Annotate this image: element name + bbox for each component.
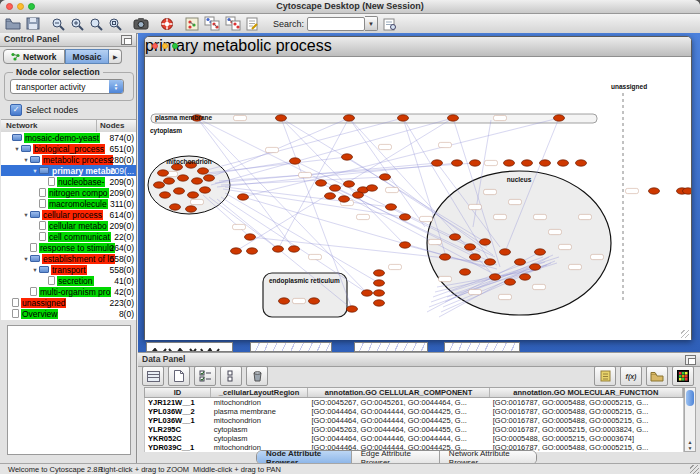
network-node[interactable] xyxy=(505,279,516,285)
network-node[interactable] xyxy=(276,115,287,121)
delete-attribute-icon[interactable] xyxy=(246,366,268,386)
network-node[interactable] xyxy=(452,160,463,166)
tab-overflow-arrow-icon[interactable]: ▶ xyxy=(109,49,122,64)
background-window-1[interactable] xyxy=(146,342,233,352)
save-session-icon[interactable] xyxy=(26,16,40,32)
network-node[interactable] xyxy=(154,182,165,188)
network-node[interactable] xyxy=(290,158,301,164)
network-node[interactable] xyxy=(273,246,284,252)
network-node[interactable] xyxy=(398,115,409,121)
network-node[interactable] xyxy=(186,206,197,212)
search-dropdown-icon[interactable]: ▼ xyxy=(365,16,378,31)
annotation-icon[interactable] xyxy=(246,16,259,32)
zoom-selected-icon[interactable] xyxy=(89,16,103,32)
network-node[interactable] xyxy=(465,244,476,250)
tree-row-cell-communicat[interactable]: ▼cell communicat22(0) xyxy=(1,231,136,242)
attribute-panel-icon[interactable] xyxy=(142,366,164,386)
network-node[interactable] xyxy=(520,274,531,280)
network-node[interactable] xyxy=(530,264,541,270)
tree-row-metabolic-process[interactable]: ▼metabolic process280(0) xyxy=(1,154,136,165)
attr-table-header[interactable]: ID_cellularLayoutRegionannotation.GO CEL… xyxy=(144,387,684,398)
network-node[interactable] xyxy=(515,259,526,265)
network-node[interactable] xyxy=(386,204,397,210)
help-icon[interactable] xyxy=(160,16,174,32)
network-node[interactable] xyxy=(342,154,353,160)
network-node[interactable] xyxy=(200,187,211,193)
network-node[interactable] xyxy=(198,168,209,174)
network-node[interactable] xyxy=(245,234,256,240)
zoom-in-icon[interactable] xyxy=(70,16,84,32)
network-node[interactable] xyxy=(231,248,242,254)
network-node[interactable] xyxy=(325,193,336,199)
scrollbar-arrows-icon[interactable]: ▲▼ xyxy=(685,439,695,451)
network-node[interactable] xyxy=(174,188,185,194)
network-node[interactable] xyxy=(204,175,215,181)
tree-row-cellular-metabo[interactable]: ▼cellular metabo209(0) xyxy=(1,220,136,231)
tree-row-establishment-of-lo[interactable]: ▼establishment of lo558(0) xyxy=(1,253,136,264)
network-node[interactable] xyxy=(158,170,169,176)
select-nodes-checkbox[interactable]: ✓ xyxy=(10,104,22,116)
table-vertical-scrollbar[interactable]: ▲▼ xyxy=(684,387,696,452)
zoom-view-icon[interactable] xyxy=(172,43,178,49)
tree-row-unassigned[interactable]: ▼unassigned223(0) xyxy=(1,297,136,308)
network-node[interactable] xyxy=(170,204,181,210)
tree-row-primary-metabo[interactable]: ▼primary metabo209(... xyxy=(1,165,136,176)
network-node[interactable] xyxy=(380,174,391,180)
network-node[interactable] xyxy=(554,115,565,121)
app-titlebar[interactable]: Cytoscape Desktop (New Session) xyxy=(0,0,700,14)
network-node[interactable] xyxy=(160,192,171,198)
network-node[interactable] xyxy=(649,188,660,194)
network-node[interactable] xyxy=(367,185,378,191)
network-node[interactable] xyxy=(247,248,258,254)
network-node[interactable] xyxy=(374,270,385,276)
network-node[interactable] xyxy=(490,274,501,280)
float-panel-icon[interactable] xyxy=(121,35,132,45)
network-node[interactable] xyxy=(504,160,515,166)
table-row[interactable]: YLR295Ccytoplasm[GO:0045263, GO:0044464,… xyxy=(144,425,684,434)
network-node[interactable] xyxy=(362,290,373,296)
network-node[interactable] xyxy=(558,160,569,166)
network-node[interactable] xyxy=(683,188,692,194)
network-node[interactable] xyxy=(344,181,355,187)
birdseye-view-panel[interactable] xyxy=(7,325,131,455)
zoom-out-icon[interactable] xyxy=(51,16,65,32)
tree-row-nucleobase-[interactable]: ▼nucleobase-209(0) xyxy=(1,176,136,187)
column-header[interactable]: annotation.GO MOLECULAR_FUNCTION xyxy=(490,388,683,397)
network-node[interactable] xyxy=(470,254,481,260)
network-node[interactable] xyxy=(500,249,511,255)
network-node[interactable] xyxy=(330,185,341,191)
network-node[interactable] xyxy=(400,214,411,220)
tree-row-cellular-process[interactable]: ▼cellular process614(0) xyxy=(1,209,136,220)
column-header[interactable]: annotation.GO CELLULAR_COMPONENT xyxy=(308,388,489,397)
network-view-window[interactable]: primary metabolic process plasma membran… xyxy=(144,36,692,340)
tree-row-response-to-stimulu[interactable]: ▼response to stimulu264(0) xyxy=(1,242,136,253)
network-node[interactable] xyxy=(164,178,175,184)
tab-mosaic[interactable]: Mosaic xyxy=(65,49,110,64)
network-node[interactable] xyxy=(470,160,481,166)
tree-row-secretion[interactable]: ▼secretion41(0) xyxy=(1,275,136,286)
network-node[interactable] xyxy=(400,242,411,248)
open-session-icon[interactable] xyxy=(5,16,21,32)
network-node[interactable] xyxy=(178,175,189,181)
minimize-view-icon[interactable] xyxy=(162,43,168,49)
network-node[interactable] xyxy=(535,249,546,255)
expand-arrow-icon[interactable]: ▼ xyxy=(22,256,30,262)
network-node[interactable] xyxy=(450,234,461,240)
app-resize-grip[interactable] xyxy=(690,465,699,474)
expand-arrow-icon[interactable]: ▼ xyxy=(22,157,30,163)
network-node[interactable] xyxy=(540,160,551,166)
import-attributes-icon[interactable] xyxy=(646,366,668,386)
network-node[interactable] xyxy=(316,180,327,186)
network-node[interactable] xyxy=(344,115,355,121)
network-node[interactable] xyxy=(309,298,320,304)
window-resize-grip[interactable] xyxy=(681,330,689,338)
expand-arrow-icon[interactable]: ▼ xyxy=(22,212,30,218)
unselect-attributes-icon[interactable] xyxy=(220,366,242,386)
tree-row-biological-process[interactable]: ▼biological_process651(0) xyxy=(1,143,136,154)
tree-row-multi-organism-pro[interactable]: ▼multi-organism pro42(0) xyxy=(1,286,136,297)
enhanced-search-icon[interactable] xyxy=(383,16,397,32)
network-node[interactable] xyxy=(460,269,471,275)
expand-arrow-icon[interactable]: ▼ xyxy=(31,168,39,174)
background-window-2[interactable] xyxy=(250,342,332,352)
table-row[interactable]: YPL036W__2plasma membrane[GO:0044464, GO… xyxy=(144,407,684,416)
